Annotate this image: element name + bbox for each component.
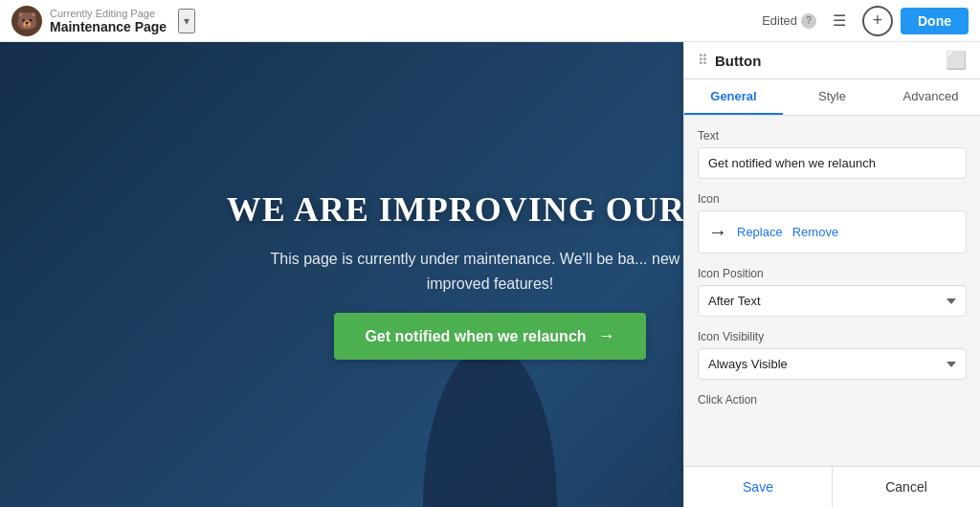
page-name: Maintenance Page (50, 19, 167, 34)
panel-body: Text Icon → Replace Remove Icon Position… (684, 116, 980, 466)
cta-button-label: Get notified when we relaunch (365, 328, 586, 345)
add-button[interactable]: + (862, 6, 893, 36)
tab-style[interactable]: Style (783, 79, 881, 115)
done-button[interactable]: Done (901, 8, 969, 34)
icon-field-section: Icon → Replace Remove (698, 192, 967, 254)
page-info: Currently Editing Page Maintenance Page (50, 8, 167, 34)
panel-tabs: General Style Advanced (684, 79, 980, 116)
main-area: WE ARE IMPROVING OUR WE This page is cur… (0, 42, 980, 507)
list-icon-button[interactable]: ☰ (824, 6, 855, 36)
cta-button[interactable]: Get notified when we relaunch → (334, 313, 645, 360)
tab-general[interactable]: General (684, 79, 783, 115)
icon-position-section: Icon Position After Text Before Text (698, 267, 967, 317)
minimize-icon[interactable]: ⬜ (946, 52, 967, 69)
help-icon[interactable]: ? (801, 13, 816, 29)
button-panel: ⠿ Button ⬜ General Style Advanced Text (683, 42, 980, 507)
editing-label: Currently Editing Page (50, 8, 167, 19)
icon-visibility-select[interactable]: Always Visible On Hover Never (698, 348, 967, 380)
topbar: 🐻 Currently Editing Page Maintenance Pag… (0, 0, 980, 42)
icon-replace-link[interactable]: Replace (737, 225, 783, 239)
cancel-button[interactable]: Cancel (833, 467, 980, 507)
icon-visibility-label: Icon Visibility (698, 330, 967, 343)
save-button[interactable]: Save (684, 467, 833, 507)
icon-field-container: → Replace Remove (698, 210, 967, 254)
icon-preview: → (708, 221, 727, 243)
panel-title: ⠿ Button (698, 53, 761, 69)
edited-status: Edited ? (762, 13, 816, 29)
text-field-label: Text (698, 129, 967, 143)
page-heading: WE ARE IMPROVING OUR WE (227, 189, 753, 230)
page-subtext: This page is currently under maintenance… (251, 247, 729, 296)
logo: 🐻 (11, 6, 42, 36)
panel-header: ⠿ Button ⬜ (684, 42, 980, 79)
page-dropdown-button[interactable]: ▾ (178, 9, 195, 33)
text-field-input[interactable] (698, 147, 967, 179)
icon-field-label: Icon (698, 192, 967, 206)
icon-position-select[interactable]: After Text Before Text (698, 285, 967, 317)
click-action-label: Click Action (698, 393, 967, 407)
icon-position-label: Icon Position (698, 267, 967, 280)
cta-button-arrow: → (598, 326, 615, 346)
panel-title-text: Button (715, 53, 761, 69)
drag-handle-icon: ⠿ (698, 53, 707, 68)
tab-advanced[interactable]: Advanced (881, 79, 980, 115)
panel-footer: Save Cancel (684, 466, 980, 507)
text-field-section: Text (698, 129, 967, 179)
click-action-section: Click Action (698, 393, 967, 411)
icon-visibility-section: Icon Visibility Always Visible On Hover … (698, 330, 967, 380)
icon-remove-link[interactable]: Remove (792, 225, 838, 239)
